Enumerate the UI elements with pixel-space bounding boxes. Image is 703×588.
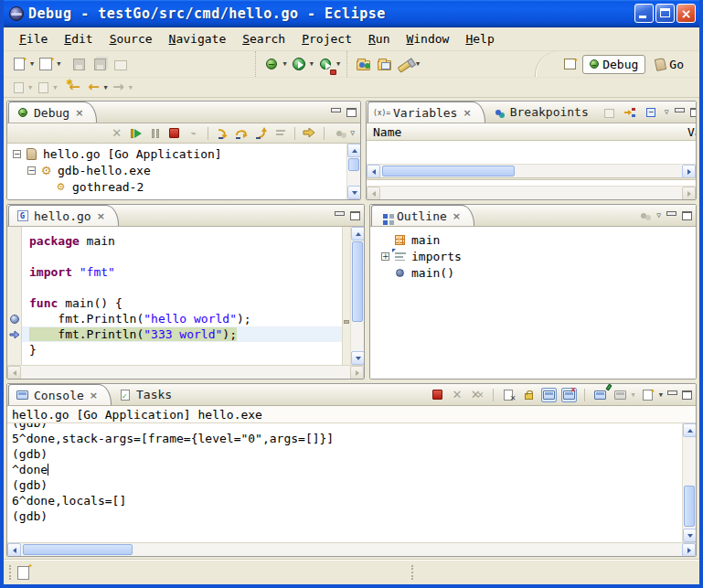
code-line[interactable]: } <box>22 342 342 358</box>
ruler-cell[interactable] <box>7 280 21 295</box>
debug-tree-vertical-scrollbar[interactable] <box>346 144 360 199</box>
back-button[interactable]: ← <box>85 80 101 96</box>
column-name[interactable]: Name <box>373 125 401 139</box>
ruler-cell[interactable] <box>7 233 21 249</box>
scroll-right-icon[interactable] <box>682 543 696 557</box>
menu-edit[interactable]: Edit <box>56 30 101 48</box>
step-into-button[interactable] <box>215 126 230 141</box>
scroll-up-icon[interactable] <box>351 227 364 241</box>
external-tools-button[interactable] <box>316 55 335 73</box>
debug-view-menu-icon[interactable]: ▽ <box>350 129 355 137</box>
external-tools-dropdown-icon[interactable]: ▼ <box>336 60 340 68</box>
scroll-left-icon[interactable] <box>7 543 21 557</box>
tree-expander-icon[interactable]: + <box>381 252 389 261</box>
menu-run[interactable]: Run <box>360 30 398 48</box>
close-button[interactable]: × <box>676 4 696 23</box>
editor-maximize-button[interactable] <box>350 211 360 220</box>
new-project-dropdown-icon[interactable]: ▼ <box>57 60 60 68</box>
variables-column-header[interactable]: Name Value <box>367 123 696 141</box>
ruler-cell[interactable] <box>7 295 21 311</box>
code-line[interactable]: fmt.Println("hello world"); <box>22 311 342 326</box>
show-logical-structure-button[interactable] <box>623 105 638 120</box>
breakpoint-marker[interactable] <box>7 311 21 326</box>
outline-maximize-button[interactable] <box>682 211 692 220</box>
perspective-debug-button[interactable]: Debug <box>582 55 645 74</box>
tree-expander-icon[interactable]: − <box>13 150 21 158</box>
scroll-up-icon[interactable] <box>347 144 360 157</box>
ruler-cell[interactable] <box>7 249 21 264</box>
outline-minimize-button[interactable] <box>666 211 676 219</box>
open-resource-button[interactable] <box>375 55 393 73</box>
back-dropdown-icon[interactable]: ▼ <box>103 84 107 91</box>
outline-item[interactable]: main <box>376 231 696 248</box>
clear-console-button[interactable]: ✕ <box>501 388 517 402</box>
code-line[interactable]: package main <box>22 233 342 249</box>
step-over-button[interactable] <box>234 126 250 141</box>
debug-tree-item[interactable]: −hello.go [Go Application] <box>7 145 346 162</box>
tab-tasks[interactable]: ✓ Tasks <box>112 384 185 405</box>
collapse-all-button[interactable]: − <box>644 105 659 120</box>
ruler-cell[interactable] <box>7 264 21 280</box>
menu-source[interactable]: Source <box>101 30 161 48</box>
menu-window[interactable]: Window <box>398 30 457 48</box>
menu-project[interactable]: Project <box>293 30 360 48</box>
last-edit-location-button[interactable]: ←✱ <box>66 80 82 96</box>
debug-tree-item[interactable]: −⚙gdb-hello.exe <box>7 162 346 178</box>
fast-view-icon[interactable] <box>17 566 29 580</box>
scroll-right-icon[interactable] <box>682 165 696 178</box>
terminate-button[interactable] <box>166 126 182 141</box>
editor-minimize-button[interactable] <box>335 211 345 219</box>
new-project-button[interactable]: ✦ <box>37 55 55 73</box>
show-stderr-button[interactable]: ✕ <box>561 388 577 402</box>
debug-tree-item[interactable]: ⚙gothread-2 <box>7 178 346 195</box>
pin-console-button[interactable] <box>592 388 608 402</box>
tab-outline[interactable]: Outline × <box>371 205 474 226</box>
new-wizard-button[interactable]: ✦ <box>10 55 28 73</box>
debug-view-maximize-button[interactable] <box>346 108 357 117</box>
editor-code-area[interactable]: package mainimport "fmt"func main() { fm… <box>22 227 342 365</box>
console-terminate-button[interactable] <box>430 388 445 402</box>
debug-tree-item[interactable]: −⚙ <box>7 195 346 199</box>
menu-help[interactable]: Help <box>457 30 502 48</box>
resume-button[interactable] <box>128 126 144 141</box>
debug-button[interactable] <box>262 55 281 73</box>
console-text-area[interactable]: (gdb) 5^done,stack-args=[frame={level="0… <box>7 423 682 542</box>
outline-item[interactable]: +imports <box>376 248 696 264</box>
tab-hello-go[interactable]: G hello.go × <box>8 205 119 226</box>
tab-hello-go-close-icon[interactable]: × <box>97 210 105 222</box>
code-line[interactable]: fmt.Println("333 world"); <box>22 326 342 342</box>
run-button[interactable] <box>290 55 308 73</box>
run-dropdown-icon[interactable]: ▼ <box>310 60 314 68</box>
console-horizontal-scrollbar[interactable] <box>7 542 696 556</box>
code-line[interactable]: func main() { <box>22 295 342 311</box>
tab-outline-close-icon[interactable]: × <box>453 210 461 222</box>
scroll-left-icon[interactable] <box>367 165 380 178</box>
editor-vertical-scrollbar[interactable] <box>350 227 364 365</box>
variables-view-maximize-button[interactable] <box>690 108 697 117</box>
tab-debug-close-icon[interactable]: × <box>75 107 83 119</box>
open-type-button[interactable] <box>354 55 372 73</box>
use-step-filters-button[interactable] <box>302 126 317 141</box>
new-wizard-dropdown-icon[interactable]: ▼ <box>30 60 34 68</box>
variables-view-menu-icon[interactable]: ▽ <box>665 108 669 116</box>
tab-variables[interactable]: (x)= Variables × <box>367 102 485 123</box>
console-maximize-button[interactable] <box>682 390 692 400</box>
tab-variables-close-icon[interactable]: × <box>463 107 471 119</box>
tab-breakpoints[interactable]: Breakpoints <box>485 102 602 123</box>
scroll-up-icon[interactable] <box>683 423 696 437</box>
variables-view-minimize-button[interactable] <box>675 108 685 116</box>
menu-navigate[interactable]: Navigate <box>161 30 235 48</box>
tree-expander-icon[interactable]: − <box>27 199 36 200</box>
scroll-lock-button[interactable] <box>521 388 537 402</box>
menu-file[interactable]: File <box>11 30 56 48</box>
minimize-button[interactable] <box>634 4 654 23</box>
editor-annotation-ruler[interactable] <box>7 227 22 365</box>
perspective-go-button[interactable]: Go <box>649 56 690 73</box>
tab-console-close-icon[interactable]: × <box>90 390 98 401</box>
scroll-down-icon[interactable] <box>351 351 364 365</box>
menu-search[interactable]: Search <box>234 30 293 48</box>
scroll-down-icon[interactable] <box>683 529 696 542</box>
scroll-down-icon[interactable] <box>347 186 360 199</box>
search-dropdown-icon[interactable]: ▼ <box>416 60 420 68</box>
step-return-button[interactable] <box>253 126 269 141</box>
